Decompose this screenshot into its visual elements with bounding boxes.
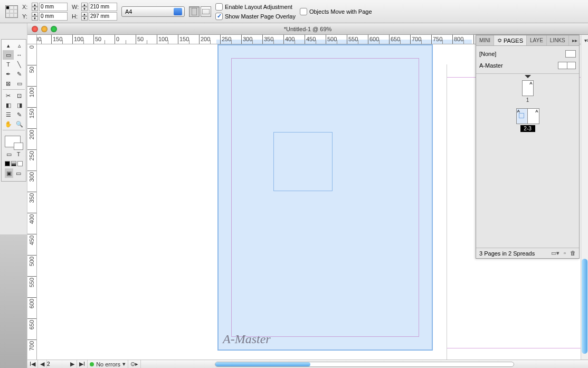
horizontal-scroll-thumb[interactable] <box>215 362 310 366</box>
vertical-scrollbar[interactable] <box>581 35 588 360</box>
apply-black[interactable] <box>5 161 10 166</box>
w-stepper[interactable]: ▲▼ <box>81 3 88 11</box>
pencil-tool[interactable]: ✎ <box>14 69 25 79</box>
master-a-label[interactable]: A-Master <box>479 62 503 69</box>
h-stepper[interactable]: ▲▼ <box>81 12 88 21</box>
type-tool[interactable]: T <box>3 60 14 69</box>
page-left[interactable]: A-Master <box>217 44 433 351</box>
horizontal-scrollbar[interactable] <box>215 362 514 367</box>
portrait-icon <box>192 8 197 15</box>
orientation-portrait-button[interactable] <box>189 6 200 17</box>
x-input[interactable] <box>39 3 68 11</box>
zoom-window-button[interactable] <box>51 26 57 32</box>
apply-gradient[interactable] <box>11 161 16 166</box>
y-stepper[interactable]: ▲▼ <box>32 12 38 21</box>
panel-tab-pages[interactable]: ≎ PAGES <box>494 35 527 45</box>
page-size-select[interactable]: A4 <box>121 6 185 17</box>
view-normal-button[interactable]: ▣ <box>5 168 13 178</box>
page-2-master-indicator: A <box>517 109 520 114</box>
spread-2-3-thumb[interactable]: A A <box>516 108 539 124</box>
spread-2-3-number: 2-3 <box>520 125 535 132</box>
gradient-feather-tool[interactable]: ◨ <box>14 100 25 110</box>
selection-tool[interactable]: ▴ <box>3 41 14 50</box>
text-format-button[interactable]: T <box>14 149 23 159</box>
new-page-button[interactable]: ▫ <box>564 250 566 257</box>
page-1-thumb[interactable]: A <box>522 80 534 96</box>
masters-section: [None] A-Master <box>476 46 579 74</box>
h-input[interactable] <box>89 12 117 21</box>
preflight-menu-icon: ▾ <box>122 361 126 367</box>
section-marker-icon <box>525 75 531 78</box>
rectangle-frame-tool[interactable]: ⊠ <box>3 79 14 88</box>
page-3-master-indicator: A <box>535 109 538 114</box>
vertical-scroll-thumb[interactable] <box>582 259 587 354</box>
direct-selection-tool[interactable]: ▵ <box>14 41 25 50</box>
delete-page-button[interactable]: 🗑 <box>570 250 576 257</box>
y-label: Y: <box>22 13 31 20</box>
panel-collapse-button[interactable]: ▸▸ <box>569 35 581 45</box>
next-page-button[interactable]: ▶ <box>68 360 77 368</box>
preflight-label: No errors <box>96 361 120 367</box>
page-1-master-indicator: A <box>529 81 532 86</box>
prev-page-button[interactable]: ◀ <box>38 360 47 368</box>
eyedropper-tool[interactable]: ✎ <box>14 110 25 119</box>
document-title: *Untitled-1 @ 69% <box>27 26 588 32</box>
close-window-button[interactable] <box>32 26 38 32</box>
pages-count-label: 3 Pages in 2 Spreads <box>479 250 535 257</box>
show-master-label: Show Master Page Overlay <box>225 13 296 20</box>
master-none-thumb[interactable] <box>565 50 576 58</box>
enable-layout-label: Enable Layout Adjustment <box>225 4 292 10</box>
panel-tab-mini[interactable]: MINI <box>476 35 494 45</box>
preflight-status[interactable]: No errors ▾ <box>88 360 128 368</box>
panel-tab-layers[interactable]: LAYE <box>527 35 547 45</box>
ruler-origin[interactable] <box>27 35 37 44</box>
rectangle-tool[interactable]: ▭ <box>14 79 25 88</box>
w-label: W: <box>72 4 80 10</box>
master-none-label[interactable]: [None] <box>479 51 496 57</box>
x-stepper[interactable]: ▲▼ <box>32 3 38 11</box>
gap-tool[interactable]: ↔ <box>14 50 25 60</box>
document-titlebar[interactable]: *Untitled-1 @ 69% <box>27 23 588 35</box>
note-tool[interactable]: ☰ <box>3 110 14 119</box>
first-page-button[interactable]: I◀ <box>27 360 38 368</box>
panel-menu-button[interactable]: ▾≡ <box>581 35 588 45</box>
line-tool[interactable]: ╲ <box>14 60 25 69</box>
container-format-button[interactable]: ▭ <box>5 149 13 159</box>
free-transform-tool[interactable]: ⊡ <box>14 91 25 100</box>
pen-tool[interactable]: ✒ <box>3 69 14 79</box>
svg-rect-1 <box>202 9 210 14</box>
scissors-tool[interactable]: ✂ <box>3 91 14 100</box>
page-number-input[interactable] <box>47 361 68 367</box>
pages-tab-label: PAGES <box>504 37 523 44</box>
w-input[interactable] <box>89 3 117 11</box>
status-menu-button[interactable]: ⊙▸ <box>128 360 141 368</box>
orientation-landscape-button[interactable] <box>201 6 211 17</box>
svg-rect-0 <box>192 8 197 15</box>
margin-guides-left <box>231 58 419 337</box>
view-preview-button[interactable]: ▭ <box>14 168 23 178</box>
apply-none[interactable] <box>17 161 23 166</box>
master-page-label: A-Master <box>223 332 271 346</box>
vertical-ruler[interactable]: 0501001502002503003504004505005506006507… <box>27 44 37 360</box>
last-page-button[interactable]: ▶I <box>77 360 88 368</box>
show-master-checkbox[interactable] <box>215 13 223 20</box>
x-label: X: <box>22 4 31 10</box>
h-label: H: <box>72 13 80 20</box>
pages-panel: MINI ≎ PAGES LAYE LINKS ▸▸ ▾≡ [None] A-M… <box>476 35 580 259</box>
master-a-thumb[interactable] <box>558 62 576 69</box>
edit-page-size-button[interactable]: ▭▾ <box>551 250 559 257</box>
objects-move-label: Objects Move with Page <box>309 8 372 15</box>
landscape-icon <box>202 9 210 14</box>
minimize-window-button[interactable] <box>41 26 48 32</box>
gradient-swatch-tool[interactable]: ◧ <box>3 100 14 110</box>
zoom-tool[interactable]: 🔍 <box>14 119 25 129</box>
objects-move-checkbox[interactable] <box>300 8 307 15</box>
selected-frame[interactable] <box>273 132 333 191</box>
enable-layout-checkbox[interactable] <box>215 3 223 11</box>
fill-stroke-swatch[interactable] <box>5 136 21 147</box>
reference-point-picker[interactable] <box>5 5 18 18</box>
panel-tab-links[interactable]: LINKS <box>547 35 569 45</box>
page-tool[interactable]: ▭ <box>3 50 14 60</box>
hand-tool[interactable]: ✋ <box>3 119 14 129</box>
y-input[interactable] <box>39 12 68 21</box>
